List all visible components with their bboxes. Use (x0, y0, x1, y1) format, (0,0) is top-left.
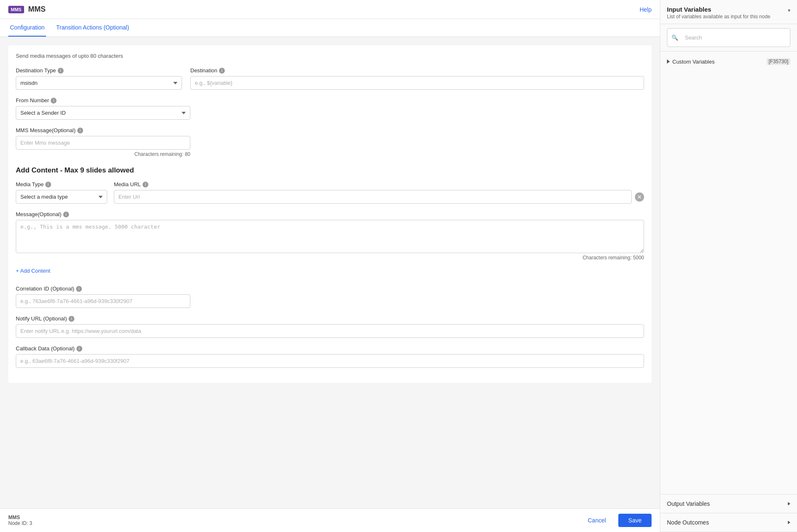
search-bar: 🔍 (660, 24, 797, 52)
right-panel-subtitle: List of variables available as input for… (667, 14, 770, 20)
from-number-info-icon: i (51, 98, 57, 103)
destination-row: Destination Type i msisdn Destination i (16, 67, 644, 90)
custom-variables-row[interactable]: Custom Variables [F35730] (667, 57, 790, 66)
destination-type-select[interactable]: msisdn (16, 76, 182, 90)
destination-type-label: Destination Type i (16, 67, 182, 74)
search-input[interactable] (681, 31, 786, 44)
callback-data-label: Callback Data (Optional) i (16, 345, 644, 352)
output-variables-row[interactable]: Output Variables (660, 495, 797, 513)
right-panel-header: Input Variables List of variables availa… (660, 0, 797, 24)
callback-data-input[interactable] (16, 354, 644, 368)
destination-type-info-icon: i (58, 68, 64, 74)
from-number-label: From Number i (16, 97, 190, 103)
right-panel-collapse-icon[interactable]: ▾ (788, 7, 790, 13)
correlation-id-label: Correlation ID (Optional) i (16, 286, 190, 292)
notify-url-group: Notify URL (Optional) i (16, 315, 644, 338)
right-panel-header-content: Input Variables List of variables availa… (667, 6, 770, 20)
callback-data-group: Callback Data (Optional) i (16, 345, 644, 368)
custom-variables-badge: [F35730] (767, 58, 790, 65)
output-variables-label: Output Variables (667, 500, 710, 507)
media-type-info-icon: i (45, 182, 51, 187)
message-optional-label: Message(Optional) i (16, 211, 644, 217)
output-variables-expand-icon (788, 502, 790, 505)
mms-message-label: MMS Message(Optional) i (16, 127, 190, 133)
add-content-heading: Add Content - Max 9 slides allowed (16, 166, 644, 175)
clear-media-url-button[interactable]: ✕ (635, 192, 644, 202)
mms-message-input[interactable] (16, 136, 190, 150)
destination-group: Destination i (190, 67, 644, 90)
mms-chars-remaining: Characters remaining: 80 (16, 151, 190, 157)
app-logo: MMS (8, 6, 24, 13)
destination-label: Destination i (190, 67, 644, 74)
media-row: Media Type i Select a media type Image V… (16, 181, 644, 204)
node-outcomes-expand-icon (788, 521, 790, 524)
media-url-input[interactable] (114, 190, 632, 204)
footer: MMS Node ID: 3 Cancel Save (0, 508, 660, 532)
footer-node-id: Node ID: 3 (8, 520, 32, 526)
node-outcomes-label: Node Outcomes (667, 519, 709, 526)
media-url-info-icon: i (143, 182, 148, 187)
from-number-select[interactable]: Select a Sender ID (16, 106, 190, 120)
form-container: Send media messages of upto 80 character… (8, 45, 652, 383)
main-panel: MMS MMS Help Configuration Transition Ac… (0, 0, 660, 532)
destination-input[interactable] (190, 76, 644, 90)
media-type-label: Media Type i (16, 181, 107, 187)
message-optional-group: Message(Optional) i (16, 211, 644, 253)
cancel-button[interactable]: Cancel (579, 514, 614, 527)
custom-variables-expand-icon (667, 59, 670, 64)
search-icon: 🔍 (672, 34, 678, 41)
tab-configuration[interactable]: Configuration (8, 19, 46, 37)
media-url-label: Media URL i (114, 181, 644, 187)
media-type-group: Media Type i Select a media type Image V… (16, 181, 107, 204)
from-number-group: From Number i Select a Sender ID (16, 97, 190, 120)
node-outcomes-row[interactable]: Node Outcomes (660, 513, 797, 532)
header-left: MMS MMS (8, 5, 46, 14)
bottom-sections: Output Variables Node Outcomes (660, 494, 797, 532)
form-subtitle: Send media messages of upto 80 character… (16, 53, 644, 59)
tab-transition-actions[interactable]: Transition Actions (Optional) (54, 19, 130, 37)
content-area: Send media messages of upto 80 character… (0, 37, 660, 508)
variables-section: Custom Variables [F35730] (660, 52, 797, 494)
footer-node-title: MMS (8, 515, 32, 520)
add-content-link[interactable]: + Add Content (16, 268, 50, 274)
correlation-id-input[interactable] (16, 294, 190, 308)
page-title: MMS (28, 5, 46, 14)
search-input-wrap: 🔍 (667, 28, 790, 47)
tab-bar: Configuration Transition Actions (Option… (0, 19, 660, 37)
notify-url-input[interactable] (16, 324, 644, 338)
save-button[interactable]: Save (618, 514, 652, 527)
notify-url-label: Notify URL (Optional) i (16, 315, 644, 322)
mms-message-group: MMS Message(Optional) i (16, 127, 190, 150)
destination-type-group: Destination Type i msisdn (16, 67, 182, 90)
right-panel: Input Variables List of variables availa… (660, 0, 797, 532)
help-link[interactable]: Help (640, 6, 652, 13)
callback-data-info-icon: i (76, 346, 82, 352)
custom-variables-label: Custom Variables (672, 59, 715, 65)
right-panel-title: Input Variables (667, 6, 770, 13)
mms-message-info-icon: i (77, 128, 83, 133)
message-chars-remaining: Characters remaining: 5000 (16, 255, 644, 261)
correlation-id-group: Correlation ID (Optional) i (16, 286, 190, 308)
destination-info-icon: i (219, 68, 225, 74)
footer-actions: Cancel Save (579, 514, 652, 527)
media-url-group: Media URL i ✕ (114, 181, 644, 204)
notify-url-info-icon: i (69, 316, 74, 322)
message-optional-info-icon: i (63, 212, 69, 217)
header: MMS MMS Help (0, 0, 660, 19)
correlation-id-info-icon: i (76, 286, 82, 292)
message-optional-textarea[interactable] (16, 220, 644, 253)
custom-variables-left: Custom Variables (667, 59, 715, 65)
media-type-select[interactable]: Select a media type Image Video Audio (16, 190, 107, 204)
footer-info: MMS Node ID: 3 (8, 515, 32, 526)
media-url-input-row: ✕ (114, 190, 644, 204)
